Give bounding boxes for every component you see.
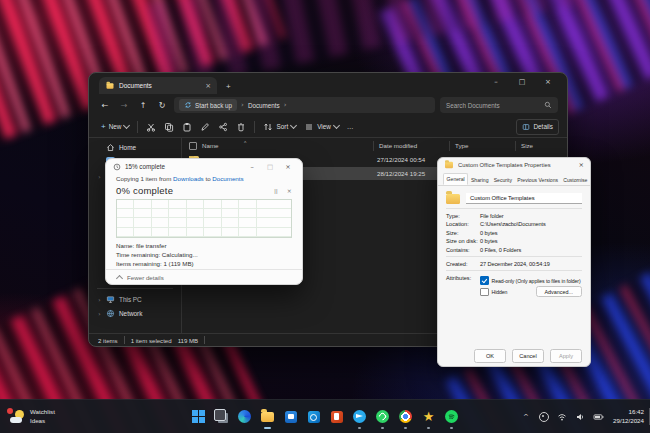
- breadcrumb-separator: ›: [241, 101, 244, 109]
- volume-icon[interactable]: [574, 411, 586, 423]
- more-options-button[interactable]: …: [343, 123, 357, 131]
- widgets-label: Watchlist Ideas: [30, 408, 55, 424]
- start-button[interactable]: [190, 408, 207, 425]
- widgets-button[interactable]: Watchlist Ideas: [10, 400, 55, 433]
- rename-button[interactable]: [196, 122, 214, 132]
- ok-button[interactable]: OK: [474, 349, 506, 363]
- file-explorer-button[interactable]: [259, 408, 276, 425]
- up-button[interactable]: ↑: [136, 101, 150, 110]
- hidden-checkbox[interactable]: [480, 288, 489, 297]
- tab-close-icon[interactable]: ×: [205, 82, 211, 90]
- apply-button[interactable]: Apply: [550, 349, 582, 363]
- readonly-checkbox[interactable]: [480, 276, 489, 285]
- sidebar-item-network[interactable]: › Network: [89, 307, 181, 322]
- star-app-button[interactable]: ★: [420, 408, 437, 425]
- tab-previous-versions[interactable]: Previous Versions: [515, 175, 561, 185]
- progress-percent: 0% complete: [116, 185, 173, 196]
- cancel-button[interactable]: Cancel: [512, 349, 544, 363]
- tab-customise[interactable]: Customise: [561, 175, 590, 185]
- office-app-button[interactable]: [328, 408, 345, 425]
- paste-button[interactable]: [178, 122, 196, 132]
- hidden-icons-chevron[interactable]: ^: [520, 411, 532, 423]
- properties-body: Custom Office Templates Type:File folder…: [438, 186, 590, 345]
- column-header-name[interactable]: Name ^: [182, 142, 373, 150]
- tab-sharing[interactable]: Sharing: [468, 175, 491, 185]
- expand-chevron-icon[interactable]: ›: [97, 173, 102, 180]
- cancel-copy-button[interactable]: ×: [287, 187, 292, 194]
- whatsapp-button[interactable]: [374, 408, 391, 425]
- fewer-details-button[interactable]: Fewer details: [106, 269, 302, 284]
- battery-icon[interactable]: [592, 411, 604, 423]
- outlook-button[interactable]: [305, 408, 322, 425]
- readonly-label: Read-only (Only applies to files in fold…: [492, 278, 581, 284]
- tab-security[interactable]: Security: [491, 175, 515, 185]
- close-button[interactable]: ×: [535, 73, 561, 91]
- size-value: 0 bytes: [480, 230, 582, 236]
- column-header-size[interactable]: Size: [515, 141, 567, 151]
- documents-link[interactable]: Documents: [212, 175, 243, 182]
- column-header-date-modified[interactable]: Date modified: [373, 141, 449, 151]
- view-button[interactable]: View: [300, 122, 343, 132]
- transfer-items-remaining: Items remaining: 1 (119 MB): [116, 260, 292, 269]
- transfer-speed-graph: [116, 199, 292, 238]
- new-tab-button[interactable]: +: [226, 82, 231, 91]
- contains-value: 0 Files, 0 Folders: [480, 247, 582, 253]
- advanced-button[interactable]: Advanced...: [536, 286, 582, 297]
- maximize-button[interactable]: □: [263, 163, 277, 171]
- cut-button[interactable]: [142, 122, 160, 132]
- new-button[interactable]: + New: [97, 122, 133, 131]
- chrome-button[interactable]: [397, 408, 414, 425]
- sort-button[interactable]: Sort: [259, 122, 300, 132]
- tray-app-icon[interactable]: [538, 411, 550, 423]
- explorer-titlebar[interactable]: Documents × + – □ ×: [89, 73, 567, 94]
- clock[interactable]: 16:42 29/12/2024: [613, 408, 644, 425]
- sidebar-item-home[interactable]: Home: [89, 140, 181, 155]
- copy-button[interactable]: [160, 122, 178, 132]
- maximize-button[interactable]: □: [509, 73, 535, 91]
- breadcrumb-documents[interactable]: Documents: [248, 102, 280, 109]
- progress-heading-row: 0% complete || ×: [116, 185, 292, 196]
- select-all-checkbox[interactable]: [189, 142, 197, 150]
- microsoft-store-button[interactable]: [282, 408, 299, 425]
- network-icon: [106, 309, 115, 318]
- close-button[interactable]: ×: [281, 163, 295, 171]
- details-toggle-button[interactable]: Details: [516, 119, 559, 135]
- type-value: File folder: [480, 213, 582, 219]
- properties-dialog: Custom Office Templates Properties × Gen…: [437, 157, 591, 367]
- expand-chevron-icon[interactable]: ›: [97, 296, 102, 303]
- forward-button[interactable]: →: [117, 101, 131, 110]
- spotify-icon: [445, 410, 458, 423]
- progress-clock-icon: [113, 163, 121, 171]
- share-button[interactable]: [214, 122, 232, 132]
- start-backup-button[interactable]: Start back up: [179, 99, 237, 111]
- chevron-down-icon: [123, 122, 130, 129]
- downloads-link[interactable]: Downloads: [173, 175, 204, 182]
- properties-titlebar[interactable]: Custom Office Templates Properties ×: [438, 158, 590, 172]
- expand-chevron-icon[interactable]: ›: [97, 310, 102, 317]
- column-header-type[interactable]: Type: [449, 141, 515, 151]
- spotify-button[interactable]: [443, 408, 460, 425]
- back-button[interactable]: ←: [98, 101, 112, 110]
- delete-button[interactable]: [232, 122, 250, 132]
- minimize-button[interactable]: –: [483, 73, 509, 91]
- close-button[interactable]: ×: [579, 161, 584, 169]
- pause-button[interactable]: ||: [274, 188, 278, 194]
- edge-button[interactable]: [236, 408, 253, 425]
- telegram-button[interactable]: [351, 408, 368, 425]
- home-icon: [106, 143, 115, 152]
- minimize-button[interactable]: –: [245, 163, 259, 171]
- task-view-button[interactable]: [213, 408, 230, 425]
- folder-name-field[interactable]: Custom Office Templates: [466, 193, 582, 204]
- refresh-button[interactable]: ↻: [155, 101, 169, 110]
- copy-dialog-titlebar[interactable]: 15% complete – □ ×: [106, 159, 302, 174]
- sidebar-item-this-pc[interactable]: › This PC: [89, 292, 181, 307]
- address-bar[interactable]: Start back up › Documents ›: [174, 97, 435, 113]
- edge-icon: [238, 410, 251, 423]
- folder-icon: [445, 162, 453, 168]
- wifi-icon[interactable]: [556, 411, 568, 423]
- explorer-tab-documents[interactable]: Documents ×: [99, 77, 217, 94]
- search-input[interactable]: Search Documents: [440, 97, 558, 113]
- copy-dialog-title: 15% complete: [125, 163, 241, 170]
- sort-icon: [263, 122, 273, 132]
- tab-general[interactable]: General: [443, 173, 468, 185]
